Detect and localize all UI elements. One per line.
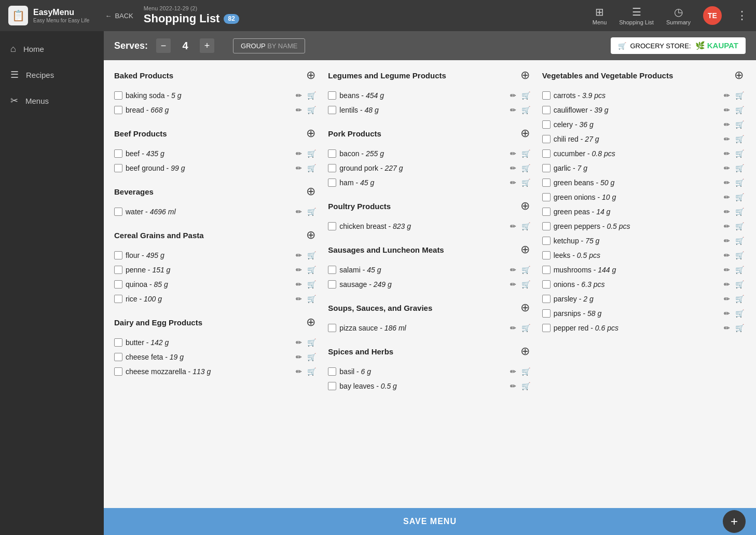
add-to-cart-button[interactable]: 🛒 (520, 323, 532, 333)
item-checkbox[interactable] (542, 179, 551, 187)
add-to-cart-button[interactable]: 🛒 (306, 207, 318, 217)
add-to-cart-button[interactable]: 🛒 (306, 265, 318, 275)
add-category-item-button[interactable]: ⊕ (518, 301, 532, 314)
add-to-cart-button[interactable]: 🛒 (306, 352, 318, 362)
edit-item-button[interactable]: ✏ (722, 265, 732, 275)
edit-item-button[interactable]: ✏ (294, 148, 304, 159)
add-category-item-button[interactable]: ⊕ (518, 127, 532, 140)
edit-item-button[interactable]: ✏ (508, 90, 518, 101)
item-checkbox[interactable] (114, 251, 122, 259)
add-to-cart-button[interactable]: 🛒 (520, 221, 532, 231)
item-checkbox[interactable] (328, 149, 336, 158)
add-to-cart-button[interactable]: 🛒 (520, 177, 532, 188)
item-checkbox[interactable] (114, 266, 122, 274)
edit-item-button[interactable]: ✏ (294, 207, 304, 217)
item-checkbox[interactable] (542, 164, 551, 172)
add-to-cart-button[interactable]: 🛒 (306, 337, 318, 348)
item-checkbox[interactable] (114, 91, 122, 100)
edit-item-button[interactable]: ✏ (722, 105, 732, 115)
edit-item-button[interactable]: ✏ (722, 236, 732, 246)
add-to-cart-button[interactable]: 🛒 (734, 207, 746, 217)
add-to-cart-button[interactable]: 🛒 (306, 366, 318, 377)
add-to-cart-button[interactable]: 🛒 (520, 163, 532, 173)
serves-decrease-button[interactable]: − (156, 38, 171, 53)
item-checkbox[interactable] (542, 120, 551, 129)
item-checkbox[interactable] (114, 208, 122, 216)
edit-item-button[interactable]: ✏ (508, 265, 518, 275)
add-to-cart-button[interactable]: 🛒 (306, 294, 318, 304)
item-checkbox[interactable] (542, 251, 551, 259)
item-checkbox[interactable] (328, 367, 336, 376)
add-to-cart-button[interactable]: 🛒 (734, 192, 746, 202)
add-category-item-button[interactable]: ⊕ (518, 243, 532, 256)
item-checkbox[interactable] (542, 266, 551, 274)
edit-item-button[interactable]: ✏ (722, 207, 732, 217)
nav-summary-item[interactable]: ◷ Summary (666, 6, 691, 25)
add-to-cart-button[interactable]: 🛒 (734, 90, 746, 101)
add-to-cart-button[interactable]: 🛒 (734, 221, 746, 231)
sidebar-item-home[interactable]: ⌂ Home (0, 36, 104, 62)
add-to-cart-button[interactable]: 🛒 (734, 236, 746, 246)
edit-item-button[interactable]: ✏ (508, 366, 518, 377)
add-to-cart-button[interactable]: 🛒 (520, 148, 532, 159)
add-to-cart-button[interactable]: 🛒 (520, 366, 532, 377)
edit-item-button[interactable]: ✏ (508, 279, 518, 290)
edit-item-button[interactable]: ✏ (508, 323, 518, 333)
edit-item-button[interactable]: ✏ (294, 352, 304, 362)
item-checkbox[interactable] (328, 280, 336, 289)
edit-item-button[interactable]: ✏ (722, 163, 732, 173)
item-checkbox[interactable] (114, 353, 122, 361)
item-checkbox[interactable] (328, 164, 336, 172)
edit-item-button[interactable]: ✏ (722, 192, 732, 202)
edit-item-button[interactable]: ✏ (294, 294, 304, 304)
edit-item-button[interactable]: ✏ (294, 90, 304, 101)
serves-increase-button[interactable]: + (200, 38, 214, 53)
add-to-cart-button[interactable]: 🛒 (734, 177, 746, 188)
edit-item-button[interactable]: ✏ (508, 163, 518, 173)
add-category-item-button[interactable]: ⊕ (518, 68, 532, 82)
add-to-cart-button[interactable]: 🛒 (734, 148, 746, 159)
add-category-item-button[interactable]: ⊕ (732, 68, 746, 82)
add-to-cart-button[interactable]: 🛒 (306, 90, 318, 101)
item-checkbox[interactable] (114, 280, 122, 289)
item-checkbox[interactable] (328, 179, 336, 187)
item-checkbox[interactable] (542, 222, 551, 230)
add-to-cart-button[interactable]: 🛒 (306, 250, 318, 260)
add-category-item-button[interactable]: ⊕ (304, 315, 318, 329)
edit-item-button[interactable]: ✏ (508, 381, 518, 391)
add-to-cart-button[interactable]: 🛒 (520, 381, 532, 391)
item-checkbox[interactable] (114, 106, 122, 114)
add-to-cart-button[interactable]: 🛒 (520, 105, 532, 115)
add-to-cart-button[interactable]: 🛒 (734, 308, 746, 319)
item-checkbox[interactable] (542, 237, 551, 245)
item-checkbox[interactable] (328, 266, 336, 274)
edit-item-button[interactable]: ✏ (294, 265, 304, 275)
item-checkbox[interactable] (114, 338, 122, 347)
item-checkbox[interactable] (328, 382, 336, 390)
edit-item-button[interactable]: ✏ (294, 337, 304, 348)
add-to-cart-button[interactable]: 🛒 (520, 265, 532, 275)
item-checkbox[interactable] (542, 208, 551, 216)
add-to-cart-button[interactable]: 🛒 (734, 294, 746, 304)
add-to-cart-button[interactable]: 🛒 (306, 163, 318, 173)
item-checkbox[interactable] (542, 295, 551, 303)
edit-item-button[interactable]: ✏ (722, 177, 732, 188)
add-to-cart-button[interactable]: 🛒 (306, 105, 318, 115)
item-checkbox[interactable] (542, 324, 551, 332)
item-checkbox[interactable] (542, 280, 551, 289)
edit-item-button[interactable]: ✏ (508, 105, 518, 115)
add-category-item-button[interactable]: ⊕ (518, 345, 532, 358)
grocery-store-button[interactable]: 🛒 GROCERY STORE: 🌿 KAUPAT (611, 37, 746, 54)
add-to-cart-button[interactable]: 🛒 (734, 323, 746, 333)
item-checkbox[interactable] (542, 309, 551, 318)
add-to-cart-button[interactable]: 🛒 (734, 250, 746, 260)
item-checkbox[interactable] (542, 149, 551, 158)
sidebar-item-menus[interactable]: ✂ Menus (0, 88, 104, 114)
add-category-item-button[interactable]: ⊕ (304, 228, 318, 242)
edit-item-button[interactable]: ✏ (722, 294, 732, 304)
add-to-cart-button[interactable]: 🛒 (306, 148, 318, 159)
user-avatar[interactable]: TE (703, 6, 722, 25)
add-category-item-button[interactable]: ⊕ (518, 199, 532, 213)
edit-item-button[interactable]: ✏ (294, 250, 304, 260)
edit-item-button[interactable]: ✏ (508, 148, 518, 159)
